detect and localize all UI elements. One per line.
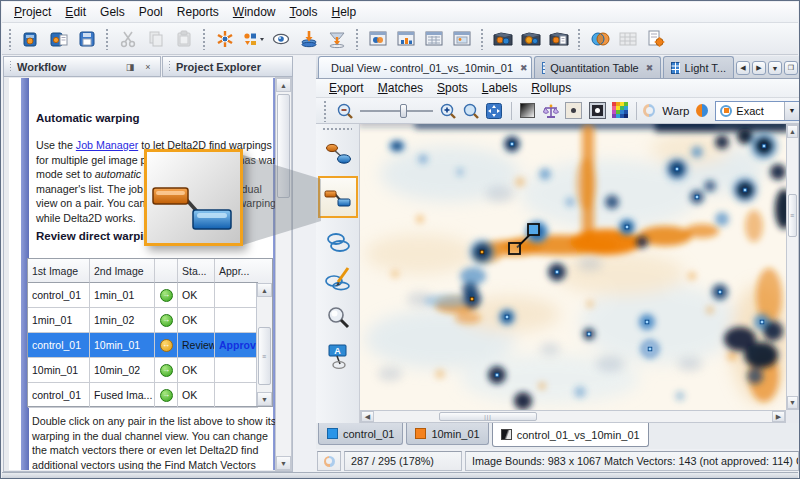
- cell-approve[interactable]: [215, 358, 258, 383]
- workflow-panel-header[interactable]: Workflow ◨ ×: [3, 56, 161, 77]
- menu-edit[interactable]: Edit: [58, 3, 93, 21]
- contrast-button[interactable]: [517, 100, 537, 122]
- scroll-up-arrow-icon[interactable]: ▲: [787, 125, 798, 138]
- table-row-selected[interactable]: control_01 10min_01 Review Approve: [28, 333, 272, 358]
- cell-approve[interactable]: [215, 383, 258, 408]
- close-panel-button[interactable]: ×: [141, 60, 155, 74]
- table-row[interactable]: control_01 Fused Ima... OK: [28, 383, 272, 408]
- tab-list-dropdown-button[interactable]: ▼: [768, 61, 782, 75]
- table-row[interactable]: 10min_01 10min_02 OK: [28, 358, 272, 383]
- pool-box-button[interactable]: [517, 25, 545, 52]
- zoom-out-button[interactable]: [335, 100, 355, 122]
- label-tool-button[interactable]: A: [320, 340, 356, 372]
- zoom-tool-button[interactable]: [320, 302, 356, 334]
- detect-spots-button[interactable]: [239, 25, 267, 52]
- scroll-down-arrow-icon[interactable]: ▼: [257, 392, 272, 406]
- quantitation-table-button[interactable]: [614, 25, 642, 52]
- menu-project[interactable]: Project: [7, 3, 58, 21]
- warped-indicator-icon[interactable]: [696, 104, 708, 117]
- scroll-left-arrow-icon[interactable]: ◀: [361, 411, 374, 422]
- warp-tool-button-selected[interactable]: [318, 176, 358, 218]
- col-header-icon[interactable]: [155, 259, 178, 283]
- menu-gels[interactable]: Gels: [93, 3, 132, 21]
- table-scrollbar[interactable]: ▲ ≡ ▼: [256, 283, 272, 406]
- menu-labels[interactable]: Labels: [475, 80, 524, 96]
- spot-outline-tool-button[interactable]: [320, 226, 356, 258]
- new-project-button[interactable]: [17, 25, 45, 52]
- menu-spots[interactable]: Spots: [430, 80, 475, 96]
- toolbar-grip[interactable]: [323, 100, 328, 122]
- table-scrollbar-thumb[interactable]: ≡: [258, 327, 271, 385]
- scroll-up-arrow-icon[interactable]: ▲: [257, 283, 272, 297]
- cell-approve[interactable]: [215, 283, 258, 308]
- warp-wizard-button[interactable]: [323, 25, 351, 52]
- menu-rollups[interactable]: Rollups: [524, 80, 578, 96]
- false-color-palette-button[interactable]: [610, 100, 630, 122]
- import-gels-button[interactable]: [295, 25, 323, 52]
- project-box-button[interactable]: [489, 25, 517, 52]
- gel-vertical-scrollbar[interactable]: ▲ ≡ ▼: [786, 124, 799, 410]
- paste-button[interactable]: [170, 25, 198, 52]
- fit-to-window-button[interactable]: [484, 100, 504, 122]
- col-header-approve[interactable]: Appr...: [215, 259, 258, 283]
- combobox-dropdown-button[interactable]: ▼: [784, 102, 799, 120]
- gel-horizontal-scrollbar[interactable]: ◀ ||| ▶: [360, 410, 786, 423]
- tab-control-01[interactable]: control_01: [318, 423, 403, 445]
- copy-button[interactable]: [142, 25, 170, 52]
- zoom-slider[interactable]: [358, 102, 435, 120]
- menu-help[interactable]: Help: [325, 3, 364, 21]
- col-header-status[interactable]: Sta...: [178, 259, 215, 283]
- find-warpings-button[interactable]: [211, 25, 239, 52]
- menu-export[interactable]: Export: [322, 80, 371, 96]
- menu-pool[interactable]: Pool: [132, 3, 170, 21]
- gel-vscroll-thumb[interactable]: ≡: [788, 194, 797, 237]
- table-window-button[interactable]: [420, 25, 448, 52]
- zoom-region-button[interactable]: [461, 100, 481, 122]
- close-tab-icon[interactable]: ✖: [646, 63, 654, 73]
- table-row[interactable]: control_01 1min_01 OK: [28, 283, 272, 308]
- edit-spots-tool-button[interactable]: [320, 262, 356, 294]
- export-box-button[interactable]: [545, 25, 573, 52]
- cut-button[interactable]: [114, 25, 142, 52]
- tab-quantitation-table[interactable]: Quantitation Table ✖: [534, 56, 662, 78]
- match-vector-tool-button[interactable]: [320, 138, 356, 170]
- tool-strip-grip[interactable]: [322, 127, 352, 131]
- menu-matches[interactable]: Matches: [371, 80, 430, 96]
- job-manager-link[interactable]: Job Manager: [76, 139, 138, 151]
- view-options-button[interactable]: [267, 25, 295, 52]
- scroll-down-arrow-icon[interactable]: ▼: [276, 456, 291, 470]
- save-button[interactable]: [73, 25, 101, 52]
- tab-10min-01[interactable]: 10min_01: [406, 423, 488, 445]
- menu-tools[interactable]: Tools: [283, 3, 325, 21]
- tab-control-01-vs-10min-01[interactable]: control_01_vs_10min_01: [492, 423, 649, 447]
- overlay-view-button[interactable]: [586, 25, 614, 52]
- dock-panel-button[interactable]: ◨: [123, 60, 137, 74]
- show-spots-dark-button[interactable]: [587, 100, 607, 122]
- zoom-slider-thumb[interactable]: [400, 104, 407, 118]
- col-header-2nd-image[interactable]: 2nd Image: [90, 259, 155, 283]
- chart-window-button[interactable]: [392, 25, 420, 52]
- table-row[interactable]: 1min_01 1min_02 OK: [28, 308, 272, 333]
- cell-approve[interactable]: [215, 308, 258, 333]
- approve-link[interactable]: Approve: [215, 333, 258, 358]
- col-header-1st-image[interactable]: 1st Image: [28, 259, 90, 283]
- tab-light-table[interactable]: Light T...: [663, 56, 734, 78]
- scroll-tabs-left-button[interactable]: ◀: [736, 61, 750, 75]
- scroll-right-arrow-icon[interactable]: ▶: [772, 411, 785, 422]
- unwarped-indicator-icon[interactable]: [643, 104, 655, 117]
- show-spot-boundaries-button[interactable]: [564, 100, 584, 122]
- transform-mode-combobox[interactable]: Exact ▼: [715, 101, 800, 121]
- gel-hscroll-thumb[interactable]: |||: [439, 412, 537, 421]
- close-tab-icon[interactable]: ✖: [520, 63, 528, 73]
- maximize-view-button[interactable]: ❐: [784, 61, 798, 75]
- scroll-up-arrow-icon[interactable]: ▲: [276, 78, 291, 92]
- zoom-in-button[interactable]: [438, 100, 458, 122]
- open-project-button[interactable]: [45, 25, 73, 52]
- image-window-button[interactable]: [448, 25, 476, 52]
- menu-window[interactable]: Window: [226, 3, 283, 21]
- tab-dual-view[interactable]: Dual View - control_01_vs_10min_01 ✖: [318, 56, 532, 78]
- scroll-tabs-right-button[interactable]: ▶: [752, 61, 766, 75]
- workflow-scrollbar[interactable]: ▲ ▼: [275, 77, 292, 471]
- report-settings-button[interactable]: [642, 25, 670, 52]
- project-explorer-header[interactable]: Project Explorer: [162, 56, 293, 77]
